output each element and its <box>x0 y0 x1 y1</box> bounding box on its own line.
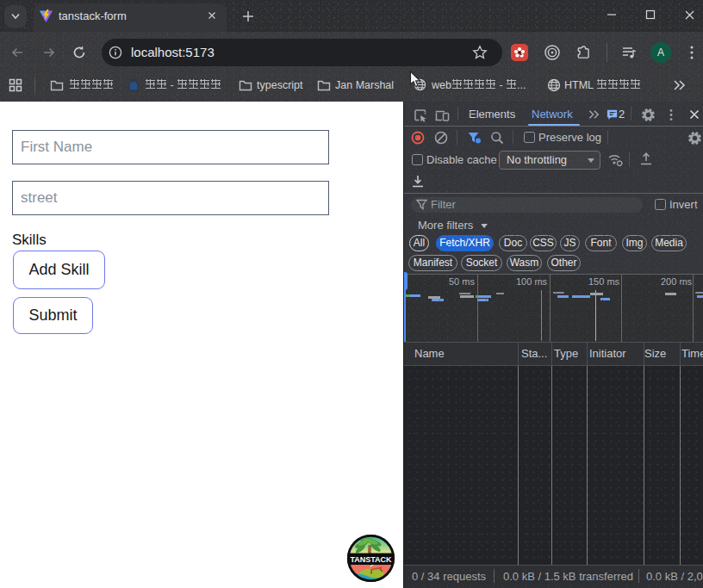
svg-text:TANSTACK: TANSTACK <box>350 555 392 564</box>
